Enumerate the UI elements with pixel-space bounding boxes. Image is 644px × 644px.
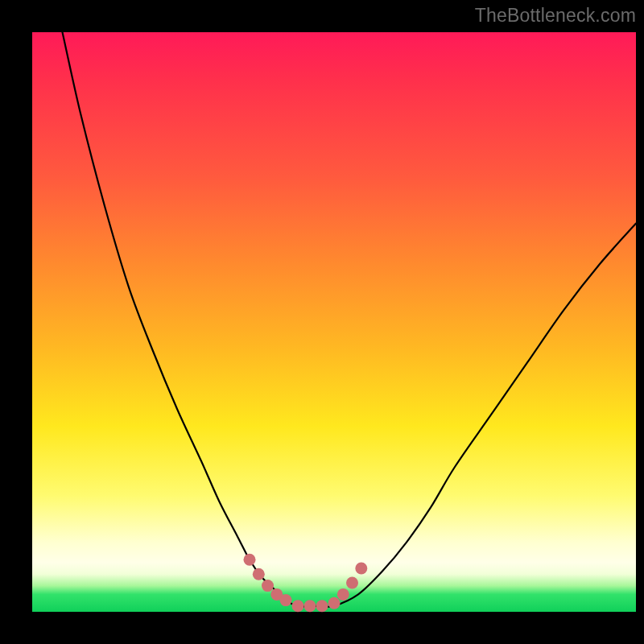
- marker-dot: [346, 577, 358, 589]
- marker-dot: [280, 594, 292, 606]
- marker-dot: [337, 588, 349, 601]
- marker-dot: [244, 554, 256, 566]
- marker-dot: [328, 597, 341, 609]
- chart-frame: TheBottleneck.com: [0, 0, 644, 644]
- marker-dot: [262, 580, 274, 592]
- marker-dot: [292, 600, 304, 612]
- watermark-text: TheBottleneck.com: [475, 5, 636, 27]
- marker-dot: [316, 600, 328, 612]
- marker-dot: [355, 563, 367, 575]
- chart-svg: [32, 32, 636, 612]
- bottleneck-curve: [63, 32, 637, 607]
- marker-group: [244, 554, 368, 613]
- marker-dot: [304, 600, 316, 612]
- plot-area: [32, 32, 636, 612]
- marker-dot: [253, 568, 265, 580]
